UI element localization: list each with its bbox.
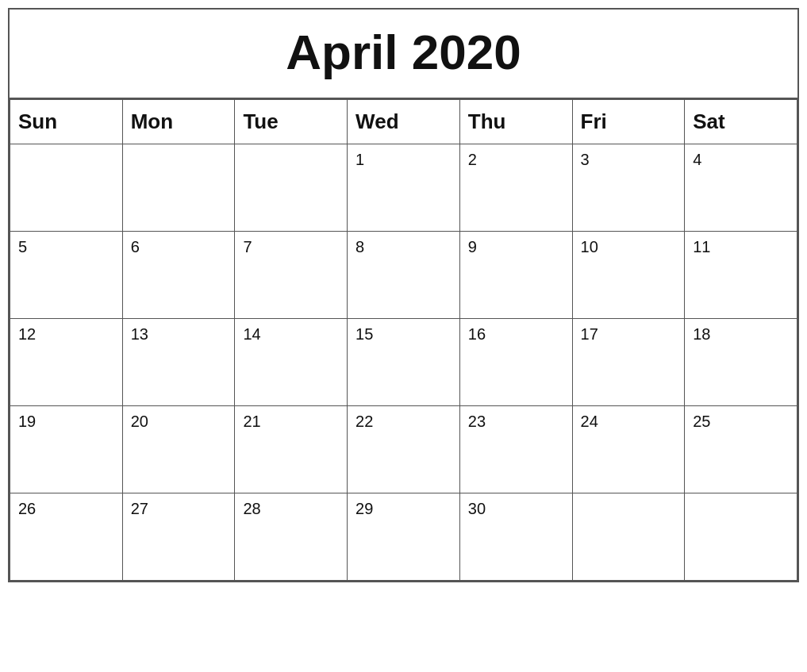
day-cell: 2 [459,144,572,232]
day-number: 21 [243,413,260,430]
day-number: 12 [18,325,36,343]
day-number: 18 [693,325,710,343]
day-number: 27 [131,500,148,517]
day-number: 20 [131,413,148,430]
day-cell: 24 [572,406,685,493]
week-row-4: 2627282930 [10,493,797,581]
day-cell: 28 [235,493,348,581]
day-header-sat: Sat [685,100,797,144]
week-row-3: 19202122232425 [10,406,797,493]
day-cell: 19 [10,406,123,493]
calendar-title: April 2020 [10,10,797,99]
day-number: 17 [581,325,598,343]
day-cell: 7 [235,232,348,319]
day-cell: 18 [685,319,797,406]
day-number: 22 [355,413,373,430]
day-cell: 5 [10,232,123,319]
day-number: 19 [18,413,36,430]
week-row-1: 567891011 [10,232,797,319]
day-number: 24 [581,413,598,430]
day-number: 5 [18,238,27,255]
day-number: 11 [693,238,710,255]
day-number: 1 [355,151,364,168]
day-header-mon: Mon [122,100,235,144]
day-number: 28 [243,500,260,517]
header-row: SunMonTueWedThuFriSat [10,100,797,144]
day-number: 9 [468,238,477,255]
week-row-2: 12131415161718 [10,319,797,406]
day-header-wed: Wed [348,100,460,144]
day-cell [235,144,348,232]
day-cell: 23 [459,406,572,493]
day-number: 4 [693,151,701,168]
day-number: 7 [243,238,252,255]
day-cell: 29 [348,493,460,581]
day-cell: 25 [685,406,797,493]
day-cell: 17 [572,319,685,406]
day-cell: 6 [122,232,235,319]
day-cell: 21 [235,406,348,493]
day-number: 30 [468,500,486,517]
day-header-fri: Fri [572,100,685,144]
day-header-sun: Sun [10,100,123,144]
calendar-grid: SunMonTueWedThuFriSat 123456789101112131… [10,99,797,581]
day-number: 13 [131,325,148,343]
day-number: 23 [468,413,486,430]
calendar-container: April 2020 SunMonTueWedThuFriSat 1234567… [8,8,799,582]
day-cell: 22 [348,406,460,493]
day-cell [685,493,797,581]
day-number: 15 [355,325,373,343]
day-cell [122,144,235,232]
day-cell: 20 [122,406,235,493]
day-number: 25 [693,413,710,430]
day-cell: 15 [348,319,460,406]
day-number: 16 [468,325,486,343]
day-number: 6 [131,238,140,255]
day-cell: 14 [235,319,348,406]
day-cell: 30 [459,493,572,581]
day-cell: 26 [10,493,123,581]
day-cell [10,144,123,232]
day-number: 29 [355,500,373,517]
day-number: 14 [243,325,260,343]
day-number: 3 [581,151,590,168]
day-cell [572,493,685,581]
week-row-0: 1234 [10,144,797,232]
day-number: 2 [468,151,477,168]
day-number: 26 [18,500,36,517]
day-cell: 16 [459,319,572,406]
day-cell: 10 [572,232,685,319]
day-cell: 3 [572,144,685,232]
day-cell: 12 [10,319,123,406]
day-number: 8 [355,238,364,255]
day-number: 10 [581,238,598,255]
day-header-tue: Tue [235,100,348,144]
day-cell: 9 [459,232,572,319]
day-cell: 13 [122,319,235,406]
day-cell: 27 [122,493,235,581]
day-cell: 4 [685,144,797,232]
day-header-thu: Thu [459,100,572,144]
day-cell: 8 [348,232,460,319]
day-cell: 1 [348,144,460,232]
day-cell: 11 [685,232,797,319]
